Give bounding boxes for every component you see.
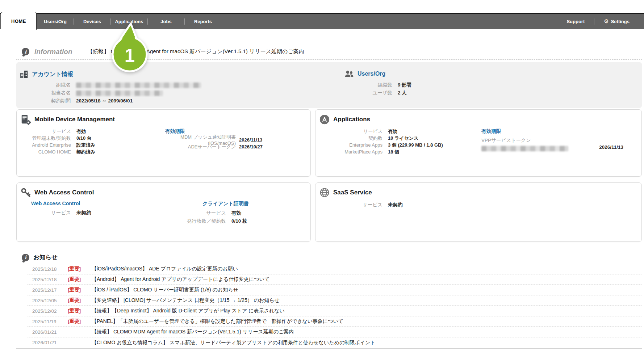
client-certificate-block: クライアント証明書 サービス 有効 発行枚数／契約数 0/10 枚 (165, 200, 310, 225)
important-badge: [重要] (68, 276, 88, 283)
important-badge: [重要] (68, 297, 88, 304)
applications-card: Applications サービス 有効 契約数 10 ライセンス Enterp… (315, 109, 642, 177)
mdm-expiry-block: 有効期限 MDM プッシュ通知証明書 (iOS/macOS) 2026/11/1… (165, 128, 263, 150)
saas-row-service: サービス 未契約 (315, 201, 403, 209)
notices-bottom-divider (16, 348, 642, 349)
important-badge: [重要] (68, 318, 88, 325)
apps-row-marketplace-apps: MarketPlace Apps 18 個 (315, 148, 443, 155)
applications-expiry-link[interactable]: 有効期限 (481, 128, 568, 135)
nav-tab-home-label: HOME (11, 18, 26, 24)
mdm-title: Mobile Device Management (34, 116, 115, 123)
users-org-section: Users/Org 組織数 9 部署 ユーザ数 2 人 (331, 62, 513, 108)
apps-row-service: サービス 有効 (315, 128, 443, 135)
annotation-marker-1: 1 (98, 22, 163, 76)
gear-icon: ⚙ (604, 18, 609, 25)
account-row-contract-period: 契約期間 2022/05/18 ～ 2099/06/01 (16, 97, 201, 105)
important-badge: [重要] (68, 287, 88, 293)
nav-tab-reports[interactable]: Reports (185, 14, 221, 29)
applications-title: Applications (333, 116, 370, 123)
saas-header: SaaS Service (319, 187, 372, 198)
clomo-panel-home: HOME Users/Org Devices Applications Jobs… (0, 0, 644, 362)
important-badge: [重要] (68, 308, 88, 314)
key-icon (20, 187, 31, 198)
users-org-title: Users/Org (357, 71, 385, 77)
vpp-token-label: VPPサービストークン (481, 137, 568, 144)
saas-rows: サービス 未契約 (315, 201, 403, 209)
information-label: information (34, 48, 72, 56)
saas-service-card: SaaS Service サービス 未契約 (315, 182, 642, 242)
notice-row[interactable]: 2025/11/19 [重要] 【PANEL】「未所属のユーザーを管理できる」権… (27, 316, 642, 327)
globe-icon (319, 187, 330, 198)
notices-info-icon: i (22, 254, 29, 261)
info-icon: i (22, 48, 29, 55)
account-row-contact-name: 担当者名 (16, 89, 201, 97)
apps-row-enterprise-apps: Enterprise Apps 3 個 (229.99 MB / 1.8 GB) (315, 142, 443, 148)
notice-row[interactable]: 2025/12/02 [重要] 【続報】【Deep Instinct】 Andr… (27, 306, 642, 316)
notice-row[interactable]: 2026/01/21 【CLOMO お役立ち情報コラム】 スマホ新法、サードパー… (27, 337, 642, 348)
users-org-header: Users/Org (344, 70, 385, 78)
applications-rows: サービス 有効 契約数 10 ライセンス Enterprise Apps 3 個… (315, 128, 443, 155)
mdm-row-devices: 管理端末数/契約数 0/10 台 (17, 135, 95, 142)
saas-title: SaaS Service (333, 189, 372, 196)
account-title: アカウント情報 (32, 71, 73, 78)
mdm-card: Mobile Device Management サービス 有効 管理端末数/契… (16, 109, 311, 177)
redacted-org-name (76, 83, 201, 88)
redacted-contact-name (76, 90, 163, 96)
users-org-row-users: ユーザ数 2 人 (331, 89, 411, 97)
important-badge: [重要] (68, 266, 88, 272)
nav-tab-home[interactable]: HOME (1, 12, 37, 30)
nav-support-link[interactable]: Support (557, 14, 594, 29)
cert-row-issued-count: 発行枚数／契約数 0/10 枚 (165, 217, 310, 225)
buildings-icon (19, 70, 29, 79)
mdm-header: Mobile Device Management (20, 114, 115, 125)
notice-row[interactable]: 2025/12/18 [重要] 【Android】 Agent for Andr… (27, 274, 642, 285)
mdm-row-android-enterprise: Android Enterprise 設定済み (17, 142, 95, 148)
vpp-token-expiry-date: 2026/11/13 (599, 144, 623, 150)
notices-title: お知らせ (33, 253, 58, 261)
account-rows: 組織名 担当者名 契約期間 2022/05/18 ～ 2099/06/01 (16, 81, 201, 105)
app-store-icon (319, 114, 330, 125)
marker-number: 1 (125, 45, 135, 66)
notice-row[interactable]: 2025/12/18 [重要] 【iOS/iPadOS/macOS】 ADE プ… (27, 264, 642, 274)
mdm-expiry-push-cert: MDM プッシュ通知証明書 (iOS/macOS) 2026/11/13 (165, 136, 263, 143)
account-row-org-name: 組織名 (16, 81, 201, 89)
mdm-expiry-ade-token: ADEサーバートークン 2026/10/27 (165, 143, 263, 150)
users-icon (344, 70, 354, 78)
cert-row-service: サービス 有効 (165, 209, 310, 217)
mdm-row-service: サービス 有効 (17, 128, 95, 135)
web-access-control-link[interactable]: Web Access Control (31, 201, 80, 206)
web-access-title: Web Access Control (34, 189, 94, 196)
mdm-row-clomo-home: CLOMO HOME 契約済み (17, 148, 95, 155)
redacted-vpp-token (481, 146, 568, 151)
account-section-header: アカウント情報 (19, 70, 73, 79)
notices-header: i お知らせ (22, 253, 58, 261)
users-org-rows: 組織数 9 部署 ユーザ数 2 人 (331, 81, 411, 97)
nav-right-group: Support ⚙ Settings (557, 14, 639, 29)
client-certificate-link[interactable]: クライアント証明書 (202, 201, 249, 206)
mdm-device-icon (20, 114, 31, 125)
nav-settings-link[interactable]: ⚙ Settings (594, 14, 639, 29)
notice-row[interactable]: 2025/12/17 [重要] 【iOS / iPadOS】 CLOMO サーバ… (27, 285, 642, 295)
applications-header: Applications (319, 114, 370, 125)
users-org-row-orgs: 組織数 9 部署 (331, 81, 411, 89)
mdm-rows: サービス 有効 管理端末数/契約数 0/10 台 Android Enterpr… (17, 128, 95, 155)
apps-row-licenses: 契約数 10 ライセンス (315, 135, 443, 142)
nav-tab-users-org[interactable]: Users/Org (37, 14, 74, 29)
wac-row-service: サービス 未契約 (31, 209, 91, 217)
web-access-control-card: Web Access Control Web Access Control サー… (16, 182, 311, 242)
top-navigation: HOME Users/Org Devices Applications Jobs… (0, 13, 644, 29)
notice-row[interactable]: 2025/12/05 [重要] 【変更連絡】 [CLOMO] サーバメンテナンス… (27, 295, 642, 306)
web-access-left-block: Web Access Control サービス 未契約 (31, 200, 91, 217)
notices-list: 2025/12/18 [重要] 【iOS/iPadOS/macOS】 ADE プ… (27, 264, 642, 348)
client-certificate-rows: サービス 有効 発行枚数／契約数 0/10 枚 (165, 209, 310, 225)
mdm-expiry-rows: MDM プッシュ通知証明書 (iOS/macOS) 2026/11/13 ADE… (165, 136, 263, 150)
applications-expiry-block: 有効期限 VPPサービストークン (481, 128, 568, 151)
notice-row[interactable]: 2026/01/21 【続報】 CLOMO MDM Agent for macO… (27, 327, 642, 337)
web-access-header: Web Access Control (20, 187, 94, 198)
web-access-left-rows: サービス 未契約 (31, 209, 91, 217)
